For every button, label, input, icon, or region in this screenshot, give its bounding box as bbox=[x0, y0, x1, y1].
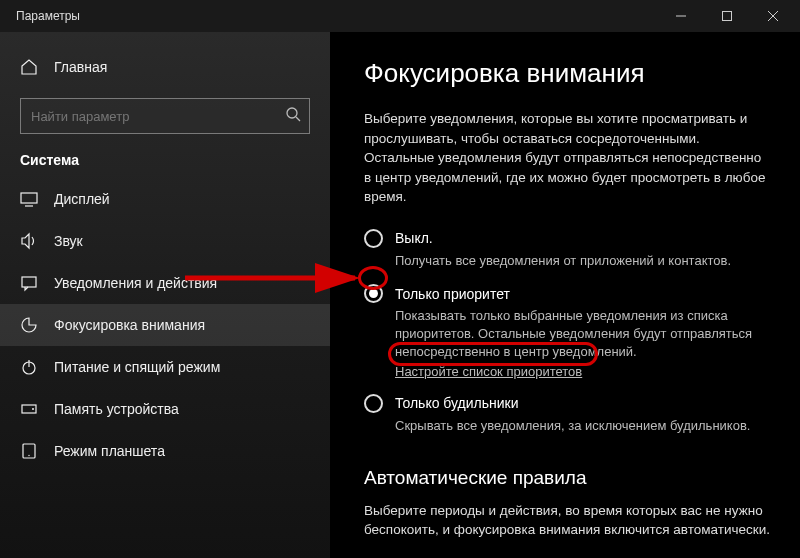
display-icon bbox=[20, 190, 38, 208]
radio-label: Только будильники bbox=[395, 395, 519, 411]
home-link[interactable]: Главная bbox=[0, 50, 330, 84]
svg-line-5 bbox=[296, 117, 300, 121]
home-label: Главная bbox=[54, 59, 107, 75]
search-icon bbox=[285, 106, 301, 126]
sidebar-item-tablet[interactable]: Режим планшета bbox=[0, 430, 330, 472]
sidebar-item-notifications[interactable]: Уведомления и действия bbox=[0, 262, 330, 304]
sidebar-item-label: Память устройства bbox=[54, 401, 179, 417]
minimize-button[interactable] bbox=[658, 0, 704, 32]
search-box[interactable] bbox=[20, 98, 310, 134]
titlebar: Параметры bbox=[0, 0, 800, 32]
radio-option-priority[interactable]: Только приоритет Показывать только выбра… bbox=[364, 284, 772, 380]
rules-heading: Автоматические правила bbox=[364, 467, 772, 489]
window-controls bbox=[658, 0, 796, 32]
sidebar-item-label: Звук bbox=[54, 233, 83, 249]
notifications-icon bbox=[20, 274, 38, 292]
svg-point-12 bbox=[32, 408, 34, 410]
focus-radio-group: Выкл. Получать все уведомления от прилож… bbox=[364, 229, 772, 445]
radio-description: Получать все уведомления от приложений и… bbox=[395, 252, 772, 270]
page-title: Фокусировка внимания bbox=[364, 58, 772, 89]
maximize-icon bbox=[722, 11, 732, 21]
svg-point-4 bbox=[287, 108, 297, 118]
sidebar-item-label: Уведомления и действия bbox=[54, 275, 217, 291]
close-button[interactable] bbox=[750, 0, 796, 32]
radio-icon bbox=[364, 394, 383, 413]
sidebar-item-storage[interactable]: Память устройства bbox=[0, 388, 330, 430]
sound-icon bbox=[20, 232, 38, 250]
sidebar-item-label: Питание и спящий режим bbox=[54, 359, 220, 375]
sidebar-item-sound[interactable]: Звук bbox=[0, 220, 330, 262]
power-icon bbox=[20, 358, 38, 376]
storage-icon bbox=[20, 400, 38, 418]
rules-description: Выберите периоды и действия, во время ко… bbox=[364, 501, 772, 540]
radio-icon bbox=[364, 284, 383, 303]
maximize-button[interactable] bbox=[704, 0, 750, 32]
customize-priority-link[interactable]: Настройте список приоритетов bbox=[395, 364, 582, 379]
sidebar-item-display[interactable]: Дисплей bbox=[0, 178, 330, 220]
svg-point-14 bbox=[28, 455, 29, 456]
radio-label: Только приоритет bbox=[395, 286, 510, 302]
sidebar-item-power[interactable]: Питание и спящий режим bbox=[0, 346, 330, 388]
content-pane: Фокусировка внимания Выберите уведомлени… bbox=[330, 32, 800, 558]
home-icon bbox=[20, 58, 38, 76]
focus-icon bbox=[20, 316, 38, 334]
svg-rect-1 bbox=[723, 12, 732, 21]
sidebar-section-header: Система bbox=[0, 152, 330, 178]
sidebar-item-label: Дисплей bbox=[54, 191, 110, 207]
search-input[interactable] bbox=[31, 109, 285, 124]
radio-description: Скрывать все уведомления, за исключением… bbox=[395, 417, 772, 435]
radio-description: Показывать только выбранные уведомления … bbox=[395, 307, 772, 362]
radio-option-alarms[interactable]: Только будильники Скрывать все уведомлен… bbox=[364, 394, 772, 435]
sidebar-nav: Дисплей Звук Уведомления и действия Фоку… bbox=[0, 178, 330, 472]
radio-option-off[interactable]: Выкл. Получать все уведомления от прилож… bbox=[364, 229, 772, 270]
sidebar-item-label: Фокусировка внимания bbox=[54, 317, 205, 333]
sidebar: Главная Система Дисплей Звук bbox=[0, 32, 330, 558]
page-description: Выберите уведомления, которые вы хотите … bbox=[364, 109, 772, 207]
svg-rect-8 bbox=[22, 277, 36, 287]
tablet-icon bbox=[20, 442, 38, 460]
sidebar-item-label: Режим планшета bbox=[54, 443, 165, 459]
svg-rect-6 bbox=[21, 193, 37, 203]
sidebar-item-focus[interactable]: Фокусировка внимания bbox=[0, 304, 330, 346]
close-icon bbox=[768, 11, 778, 21]
radio-icon bbox=[364, 229, 383, 248]
radio-label: Выкл. bbox=[395, 230, 433, 246]
window-title: Параметры bbox=[16, 9, 658, 23]
minimize-icon bbox=[676, 11, 686, 21]
